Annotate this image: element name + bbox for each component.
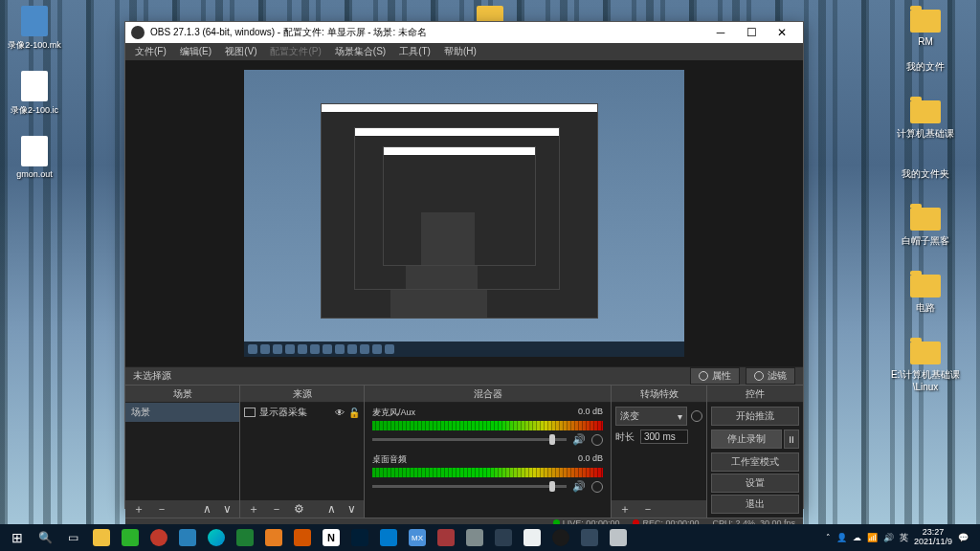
desktop-file-recording-ic[interactable]: 录像2-100.ic	[6, 71, 63, 117]
sources-list[interactable]: 显示器采集 👁 🔓	[240, 403, 364, 500]
transition-duration-input[interactable]	[640, 430, 688, 444]
source-item-display[interactable]: 显示器采集 👁 🔓	[240, 403, 364, 422]
taskbar-app-red[interactable]	[145, 526, 172, 549]
taskbar-app-white[interactable]	[519, 526, 546, 549]
desktop-file-recording-mk[interactable]: 录像2-100.mk	[6, 6, 63, 52]
tray-chevron-icon[interactable]: ˄	[826, 533, 831, 542]
remove-source-button[interactable]: －	[267, 501, 286, 518]
taskbar-app-orange2[interactable]	[289, 526, 316, 549]
taskbar-app-wechat[interactable]	[117, 526, 144, 549]
remove-transition-button[interactable]: －	[638, 501, 657, 518]
search-button[interactable]: 🔍	[33, 526, 57, 549]
taskbar-app-orange[interactable]	[260, 526, 287, 549]
maximize-button[interactable]: ☐	[736, 22, 767, 43]
window-controls: ─ ☐ ✕	[705, 22, 797, 43]
taskbar-app-excel[interactable]	[232, 526, 258, 549]
tray-people-icon[interactable]: 👤	[836, 533, 847, 542]
transition-settings-button[interactable]	[691, 410, 702, 422]
exit-button[interactable]: 退出	[711, 495, 799, 514]
menu-tools[interactable]: 工具(T)	[393, 43, 436, 60]
properties-button[interactable]: 属性	[690, 367, 740, 385]
source-gear-button[interactable]: ⚙	[290, 502, 308, 516]
tray-onedrive-icon[interactable]: ☁	[853, 533, 861, 542]
filters-button[interactable]: 滤镜	[746, 367, 795, 385]
mic-level-meter	[372, 421, 603, 430]
tray-wifi-icon[interactable]: 📶	[867, 533, 878, 542]
menu-file[interactable]: 文件(F)	[129, 43, 172, 60]
mic-settings-button[interactable]	[591, 434, 603, 446]
taskbar-app-access[interactable]	[433, 526, 459, 549]
taskbar-app-explorer[interactable]	[88, 526, 115, 549]
remove-scene-button[interactable]: －	[152, 501, 171, 518]
controls-header: 控件	[707, 386, 803, 403]
source-up-button[interactable]: ∧	[323, 502, 340, 516]
source-down-button[interactable]: ∨	[344, 502, 360, 516]
menu-scenecollection[interactable]: 场景集合(S)	[329, 43, 391, 60]
pause-recording-button[interactable]: ⏸	[784, 430, 799, 449]
taskbar-clock[interactable]: 23:27 2021/11/9	[914, 528, 952, 547]
add-source-button[interactable]: ＋	[244, 501, 263, 518]
start-button[interactable]: ⊞	[4, 526, 31, 549]
mic-mute-button[interactable]: 🔊	[572, 433, 586, 446]
tray-ime[interactable]: 英	[900, 532, 908, 544]
desktop-volume-slider[interactable]	[372, 485, 567, 488]
taskbar-app-gray[interactable]	[461, 526, 488, 549]
scene-item[interactable]: 场景	[125, 403, 239, 422]
add-transition-button[interactable]: ＋	[615, 501, 635, 518]
taskbar-app-mx[interactable]: MX	[404, 526, 431, 549]
video-file-icon	[21, 6, 48, 36]
transition-select[interactable]: 淡变 ▾	[615, 407, 687, 426]
desktop-folder-whitehat[interactable]: 白帽子黑客	[882, 208, 969, 248]
display-icon	[244, 408, 256, 417]
scenes-list[interactable]: 场景	[125, 403, 239, 500]
obs-titlebar[interactable]: OBS 27.1.3 (64-bit, windows) - 配置文件: 单显示…	[125, 22, 803, 43]
visibility-toggle[interactable]: 👁	[335, 408, 345, 418]
tray-volume-icon[interactable]: 🔊	[883, 533, 894, 542]
desktop-left-column: 录像2-100.mk 录像2-100.ic gmon.out	[6, 6, 63, 179]
scenes-dock: 场景 场景 ＋ － ∧ ∨	[125, 386, 240, 518]
mixer-channel-mic: 麦克风/Aux0.0 dB 🔊	[365, 403, 611, 450]
desktop-label-myfolder[interactable]: 我的文件夹	[882, 167, 969, 181]
recursive-preview-3	[383, 146, 536, 266]
stop-recording-button[interactable]: 停止录制	[711, 430, 782, 449]
taskbar-app-blue[interactable]	[174, 526, 201, 549]
desktop-file-gmonout[interactable]: gmon.out	[6, 136, 63, 179]
settings-button[interactable]: 设置	[711, 474, 799, 493]
close-button[interactable]: ✕	[767, 22, 797, 43]
desktop-folder-rm[interactable]: RM	[882, 10, 969, 47]
studio-mode-button[interactable]: 工作室模式	[711, 452, 799, 472]
taskbar-app-photoshop[interactable]	[346, 526, 373, 549]
taskbar-app-light[interactable]	[605, 526, 632, 549]
sources-footer: ＋ － ⚙ ∧ ∨	[240, 500, 364, 518]
taskbar-app-edge[interactable]	[203, 526, 230, 549]
sources-header: 来源	[240, 386, 364, 403]
transitions-header: 转场特效	[612, 386, 706, 403]
taskbar-app-notion[interactable]: N	[318, 526, 345, 549]
menu-profile[interactable]: 配置文件(P)	[264, 43, 326, 60]
desktop-folder-circuits[interactable]: 电路	[882, 275, 969, 315]
taskbar-app-obs[interactable]	[547, 526, 574, 549]
task-view-button[interactable]: ▭	[59, 526, 86, 549]
desktop-mute-button[interactable]: 🔊	[572, 480, 586, 493]
taskbar-app-dark[interactable]	[490, 526, 517, 549]
menu-edit[interactable]: 编辑(E)	[174, 43, 217, 60]
obs-title-text: OBS 27.1.3 (64-bit, windows) - 配置文件: 单显示…	[150, 26, 427, 39]
obs-preview-area[interactable]	[125, 60, 803, 366]
scenes-footer: ＋ － ∧ ∨	[125, 500, 239, 518]
scene-up-button[interactable]: ∧	[199, 502, 215, 516]
desktop-settings-button[interactable]	[591, 481, 603, 493]
start-streaming-button[interactable]: 开始推流	[711, 407, 799, 426]
mic-volume-slider[interactable]	[372, 438, 567, 441]
add-scene-button[interactable]: ＋	[129, 501, 148, 518]
desktop-label-myfiles[interactable]: 我的文件	[882, 60, 969, 74]
taskbar-app-dev[interactable]	[576, 526, 603, 549]
menu-view[interactable]: 视图(V)	[219, 43, 262, 60]
minimize-button[interactable]: ─	[705, 22, 736, 43]
lock-toggle[interactable]: 🔓	[348, 408, 360, 418]
desktop-folder-linux[interactable]: E:\计算机基础课\Linux	[882, 342, 969, 392]
taskbar-app-vscode[interactable]	[375, 526, 402, 549]
menu-help[interactable]: 帮助(H)	[438, 43, 482, 60]
notification-button[interactable]: 💬	[958, 533, 969, 542]
desktop-folder-cs-basics[interactable]: 计算机基础课	[882, 100, 969, 141]
scene-down-button[interactable]: ∨	[219, 502, 235, 516]
